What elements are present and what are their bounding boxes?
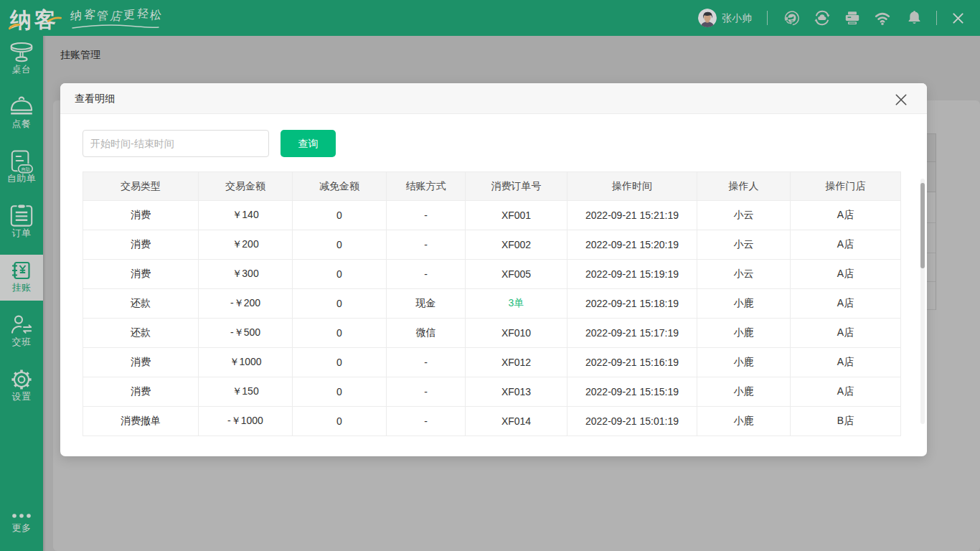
svg-text:自助: 自助 <box>21 166 29 172</box>
